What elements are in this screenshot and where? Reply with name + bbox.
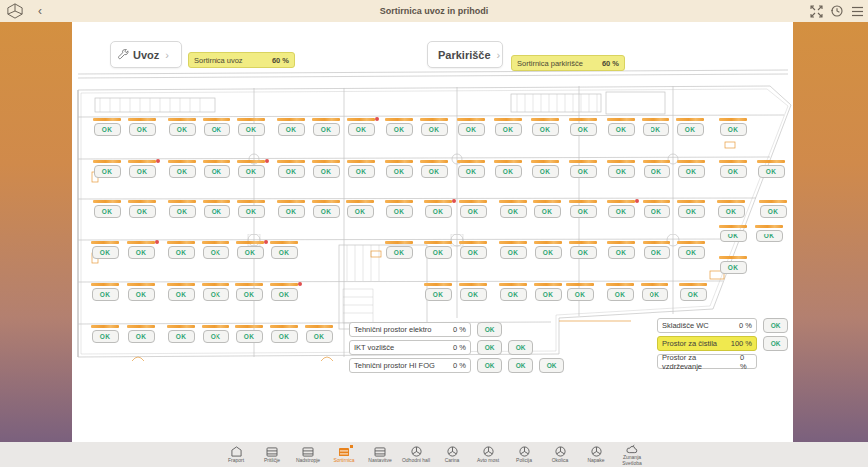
ok-status-button[interactable]: OK [608,205,635,218]
ok-status-button[interactable]: OK [763,336,788,351]
ok-status-button[interactable]: OK [129,123,156,136]
ok-status-button[interactable]: OK [644,205,670,218]
ok-status-button[interactable]: OK [313,205,340,218]
ok-status-button[interactable]: OK [128,330,155,343]
ok-status-button[interactable]: OK [237,246,264,259]
ok-status-button[interactable]: OK [643,123,669,136]
nav-tab-avto-most[interactable]: Avto most [470,446,506,464]
ok-status-button[interactable]: OK [534,205,561,218]
ok-status-button[interactable]: OK [539,358,564,373]
ok-status-button[interactable]: OK [570,205,597,218]
ok-status-button[interactable]: OK [570,123,597,136]
ok-status-button[interactable]: OK [532,165,559,178]
ok-status-button[interactable]: OK [680,288,707,301]
ok-status-button[interactable]: OK [758,165,785,178]
ok-status-button[interactable]: OK [204,123,230,136]
ok-status-button[interactable]: OK [500,246,527,259]
ok-status-button[interactable]: OK [278,123,305,136]
ok-status-button[interactable]: OK [169,205,196,218]
ok-status-button[interactable]: OK [278,205,305,218]
ok-status-button[interactable]: OK [238,205,265,218]
ok-status-button[interactable]: OK [477,340,502,355]
ok-status-button[interactable]: OK [92,246,119,259]
ok-status-button[interactable]: OK [495,165,522,178]
ok-status-button[interactable]: OK [347,205,374,218]
history-clock-icon[interactable] [830,4,844,18]
ok-status-button[interactable]: OK [386,123,413,136]
ok-status-button[interactable]: OK [425,288,452,301]
ok-status-button[interactable]: OK [763,318,788,333]
ok-status-button[interactable]: OK [169,165,196,178]
ok-status-button[interactable]: OK [608,165,635,178]
parkirisce-button[interactable]: Parkirišče › [427,41,503,68]
ok-status-button[interactable]: OK [720,261,747,274]
nav-tab-sortirnica[interactable]: Sortirnica [326,446,362,464]
ok-status-button[interactable]: OK [128,288,155,301]
ok-status-button[interactable]: OK [644,246,670,259]
ok-status-button[interactable]: OK [238,165,265,178]
ok-status-button[interactable]: OK [608,123,635,136]
fullscreen-icon[interactable] [810,5,823,18]
ok-status-button[interactable]: OK [458,123,485,136]
ok-status-button[interactable]: OK [425,205,452,218]
ok-status-button[interactable]: OK [168,330,195,343]
nav-tab-okolica[interactable]: Okolica [542,446,578,464]
ok-status-button[interactable]: OK [495,123,522,136]
menu-icon[interactable] [851,6,864,17]
ok-status-button[interactable]: OK [278,165,305,178]
ok-status-button[interactable]: OK [460,246,487,259]
nav-tab-napake[interactable]: Napake [578,446,614,464]
ok-status-button[interactable]: OK [348,123,375,136]
ok-status-button[interactable]: OK [168,288,195,301]
ok-status-button[interactable]: OK [678,246,705,259]
ok-status-button[interactable]: OK [500,288,527,301]
nav-tab-nastavitve[interactable]: Nastavitve [362,446,398,464]
nav-tab-nadstropje[interactable]: Nadstropje [290,446,326,464]
nav-tab-fraport[interactable]: Fraport [218,446,254,464]
nav-tab-policija[interactable]: Policija [506,446,542,464]
ok-status-button[interactable]: OK [677,123,704,136]
ok-status-button[interactable]: OK [94,123,121,136]
ok-status-button[interactable]: OK [508,340,533,355]
ok-status-button[interactable]: OK [203,246,229,259]
ok-status-button[interactable]: OK [720,123,747,136]
ok-status-button[interactable]: OK [760,205,787,218]
uvoz-button[interactable]: Uvoz › [110,41,182,68]
ok-status-button[interactable]: OK [386,165,413,178]
ok-status-button[interactable]: OK [203,330,229,343]
ok-status-button[interactable]: OK [608,246,635,259]
ok-status-button[interactable]: OK [386,205,413,218]
ok-status-button[interactable]: OK [421,123,448,136]
ok-status-button[interactable]: OK [535,288,562,301]
ok-status-button[interactable]: OK [644,165,670,178]
ok-status-button[interactable]: OK [678,165,705,178]
ok-status-button[interactable]: OK [271,246,298,259]
ok-status-button[interactable]: OK [204,205,230,218]
ok-status-button[interactable]: OK [128,246,155,259]
ok-status-button[interactable]: OK [508,358,533,373]
ok-status-button[interactable]: OK [94,205,121,218]
ok-status-button[interactable]: OK [204,165,230,178]
nav-tab-odhodni-hall[interactable]: Odhodni hall [398,446,434,464]
nav-tab-zunanja-svetloba[interactable]: Zunanja Svetloba [614,443,650,467]
ok-status-button[interactable]: OK [129,165,156,178]
ok-status-button[interactable]: OK [678,205,705,218]
ok-status-button[interactable]: OK [718,205,745,218]
ok-status-button[interactable]: OK [203,288,229,301]
ok-status-button[interactable]: OK [306,330,333,343]
ok-status-button[interactable]: OK [271,330,298,343]
ok-status-button[interactable]: OK [236,288,263,301]
ok-status-button[interactable]: OK [238,123,265,136]
ok-status-button[interactable]: OK [169,123,196,136]
ok-status-button[interactable]: OK [421,165,448,178]
ok-status-button[interactable]: OK [92,288,119,301]
ok-status-button[interactable]: OK [570,246,597,259]
ok-status-button[interactable]: OK [756,230,783,242]
ok-status-button[interactable]: OK [386,246,413,259]
ok-status-button[interactable]: OK [720,165,747,178]
ok-status-button[interactable]: OK [535,246,562,259]
ok-status-button[interactable]: OK [425,246,452,259]
ok-status-button[interactable]: OK [460,288,487,301]
ok-status-button[interactable]: OK [313,123,340,136]
ok-status-button[interactable]: OK [92,330,119,343]
